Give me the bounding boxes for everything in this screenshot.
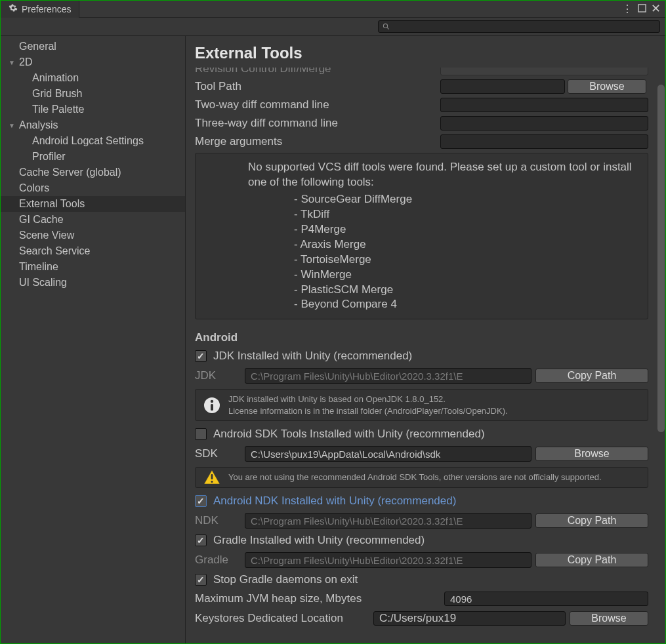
sidebar-item-label: Analysis xyxy=(19,119,58,131)
three-way-label: Three-way diff command line xyxy=(195,117,440,130)
sdk-warning-box: You are not using the recommended Androi… xyxy=(195,467,648,488)
stop-daemons-label: Stop Gradle daemons on exit xyxy=(213,573,358,586)
sdk-browse-button[interactable]: Browse xyxy=(535,447,648,461)
title-bar: Preferences ⋮ xyxy=(1,1,665,18)
gradle-checkbox-label: Gradle Installed with Unity (recommended… xyxy=(213,534,425,547)
keystore-browse-button[interactable]: Browse xyxy=(570,611,648,626)
sdk-checkbox[interactable] xyxy=(195,428,207,440)
jdk-note-1: JDK installed with Unity is based on Ope… xyxy=(228,393,641,405)
two-way-label: Two-way diff command line xyxy=(195,98,440,111)
revision-dropdown[interactable] xyxy=(440,68,648,75)
page-title: External Tools xyxy=(186,36,665,68)
sidebar-item-label: Grid Brush xyxy=(32,88,82,100)
browse-button[interactable]: Browse xyxy=(568,79,646,94)
jdk-checkbox-label: JDK Installed with Unity (recommended) xyxy=(213,350,412,363)
expand-arrow-icon[interactable]: ▼ xyxy=(9,122,16,129)
sidebar-item-external-tools[interactable]: External Tools xyxy=(1,196,185,212)
vcs-info-text: No supported VCS diff tools were found. … xyxy=(248,160,641,190)
sidebar-item-label: Cache Server (global) xyxy=(19,167,121,178)
svg-point-3 xyxy=(211,400,213,403)
search-icon xyxy=(383,21,390,33)
android-section-header: Android xyxy=(195,331,648,344)
sidebar-item-label: Scene View xyxy=(19,230,74,241)
gradle-path-input xyxy=(245,552,531,568)
vcs-tool-item: - WinMerge xyxy=(294,268,641,283)
svg-point-6 xyxy=(211,481,213,483)
gradle-copy-path-button[interactable]: Copy Path xyxy=(535,553,648,567)
sidebar-item-animation[interactable]: Animation xyxy=(1,70,185,86)
heap-label: Maximum JVM heap size, Mbytes xyxy=(195,592,440,605)
sidebar-item-label: Profiler xyxy=(32,151,66,163)
maximize-icon[interactable] xyxy=(638,3,646,15)
sidebar-item-label: Search Service xyxy=(19,245,91,257)
three-way-input[interactable] xyxy=(440,116,648,131)
toolbar xyxy=(1,18,665,36)
vcs-tool-item: - Araxis Merge xyxy=(294,237,641,252)
ndk-checkbox[interactable] xyxy=(195,495,207,507)
sdk-checkbox-label: Android SDK Tools Installed with Unity (… xyxy=(213,428,485,441)
jdk-checkbox[interactable] xyxy=(195,350,207,362)
sidebar-item-gi-cache[interactable]: GI Cache xyxy=(1,212,185,228)
sidebar-item-label: UI Scaling xyxy=(19,277,67,289)
tool-path-input[interactable] xyxy=(440,79,565,94)
vcs-info-box: No supported VCS diff tools were found. … xyxy=(195,153,648,319)
sidebar-item-label: Animation xyxy=(32,72,79,84)
tool-path-label: Tool Path xyxy=(195,80,440,93)
sidebar-item-timeline[interactable]: Timeline xyxy=(1,259,185,275)
keystore-label: Keystores Dedicated Location xyxy=(195,612,369,625)
window-tab[interactable]: Preferences xyxy=(1,1,79,18)
scroll-thumb[interactable] xyxy=(657,85,665,432)
sidebar-item-label: 2D xyxy=(19,56,32,68)
stop-daemons-checkbox[interactable] xyxy=(195,574,207,586)
sidebar-item-profiler[interactable]: Profiler xyxy=(1,149,185,165)
jdk-path-input xyxy=(245,368,531,384)
sidebar-item-ui-scaling[interactable]: UI Scaling xyxy=(1,275,185,291)
ndk-copy-path-button[interactable]: Copy Path xyxy=(535,513,648,528)
sidebar-item-android-logcat-settings[interactable]: Android Logcat Settings xyxy=(1,133,185,149)
gradle-label: Gradle xyxy=(195,553,241,567)
window-title: Preferences xyxy=(22,4,71,14)
sidebar-item-cache-server-global-[interactable]: Cache Server (global) xyxy=(1,165,185,180)
svg-rect-4 xyxy=(211,404,213,411)
vcs-tool-item: - TortoiseMerge xyxy=(294,252,641,268)
sidebar-item-search-service[interactable]: Search Service xyxy=(1,243,185,259)
vcs-tool-item: - PlasticSCM Merge xyxy=(294,283,641,298)
svg-rect-0 xyxy=(638,4,646,11)
jdk-copy-path-button[interactable]: Copy Path xyxy=(535,369,648,383)
svg-rect-5 xyxy=(211,474,213,479)
sidebar-item-grid-brush[interactable]: Grid Brush xyxy=(1,86,185,102)
sidebar-item-label: Android Logcat Settings xyxy=(32,135,144,147)
ndk-path-input xyxy=(245,513,531,529)
sidebar-item-analysis[interactable]: ▼Analysis xyxy=(1,117,185,133)
sidebar: General▼2DAnimationGrid BrushTile Palett… xyxy=(1,36,186,643)
search-input[interactable] xyxy=(378,20,660,33)
ndk-label: NDK xyxy=(195,514,241,527)
vcs-tool-item: - TkDiff xyxy=(294,207,641,222)
vcs-tool-item: - SourceGear DiffMerge xyxy=(294,192,641,207)
close-icon[interactable] xyxy=(652,3,660,15)
keystore-input[interactable] xyxy=(373,611,566,626)
sidebar-item-scene-view[interactable]: Scene View xyxy=(1,228,185,243)
merge-args-input[interactable] xyxy=(440,134,648,149)
sidebar-item-label: Timeline xyxy=(19,261,58,273)
menu-icon[interactable]: ⋮ xyxy=(622,4,633,14)
sidebar-item-label: Tile Palette xyxy=(32,104,84,115)
sidebar-item-general[interactable]: General xyxy=(1,39,185,54)
sdk-label: SDK xyxy=(195,447,241,460)
heap-input[interactable] xyxy=(444,592,648,606)
sidebar-item-2d[interactable]: ▼2D xyxy=(1,54,185,70)
sdk-path-input[interactable] xyxy=(245,446,531,462)
gradle-checkbox[interactable] xyxy=(195,534,207,546)
info-icon xyxy=(203,397,220,414)
two-way-input[interactable] xyxy=(440,98,648,112)
search-field[interactable] xyxy=(394,22,656,31)
revision-control-label: Revision Control Diff/Merge xyxy=(195,68,440,75)
scrollbar[interactable] xyxy=(656,58,665,643)
sidebar-item-tile-palette[interactable]: Tile Palette xyxy=(1,102,185,117)
sidebar-item-colors[interactable]: Colors xyxy=(1,180,185,196)
gear-icon xyxy=(9,3,18,14)
ndk-checkbox-label: Android NDK Installed with Unity (recomm… xyxy=(213,494,456,508)
expand-arrow-icon[interactable]: ▼ xyxy=(9,59,16,66)
merge-args-label: Merge arguments xyxy=(195,135,440,148)
warning-icon xyxy=(203,469,220,486)
